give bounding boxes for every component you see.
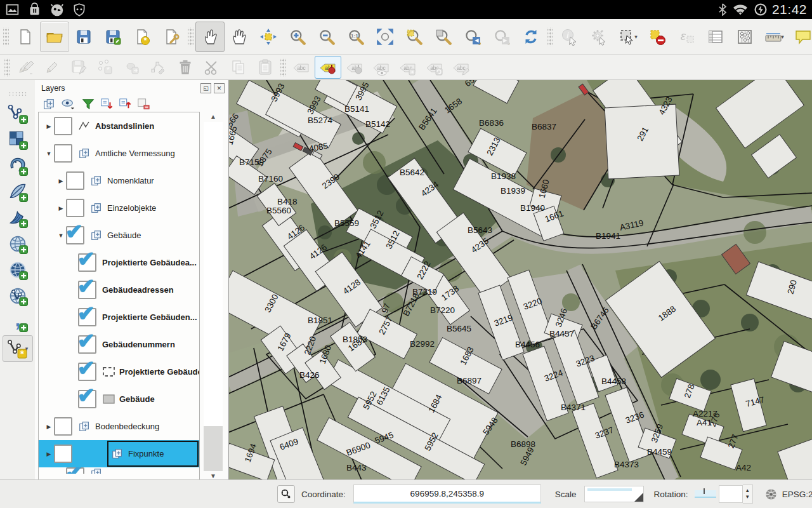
remove-layer-button[interactable] [137,98,150,110]
expand-all-button[interactable] [100,98,113,110]
layer-checkbox[interactable]: ✔ [78,363,96,381]
zoom-next-button[interactable] [487,22,516,52]
copy-features-button[interactable] [225,56,252,79]
add-wcs-layer-button[interactable] [3,257,32,283]
expand-arrow-icon[interactable]: ▶ [44,123,54,130]
layer-row-einzelobjekte[interactable]: ▶Einzelobjekte [39,194,199,222]
pin-unpin-labels-button[interactable]: ab [315,56,341,79]
layer-row-projektierte-geb-udea-[interactable]: ✔Projektierte Gebäudea... [39,249,199,276]
layer-checkbox[interactable]: ✔ [66,467,84,474]
add-spatialite-layer-button[interactable] [3,179,32,204]
move-label-button[interactable]: abc [395,56,421,79]
layer-row-fixpunkte[interactable]: ▶Fixpunkte [39,440,199,467]
new-project-button[interactable] [11,22,40,52]
change-label-properties-button[interactable]: abc [448,56,475,79]
zoom-full-button[interactable] [370,22,400,52]
map-tips-button[interactable] [789,22,812,52]
close-panel-button[interactable]: ✕ [214,83,225,93]
show-hide-labels-button[interactable]: abc [368,56,395,79]
toggle-editing-button[interactable] [39,56,65,79]
map-canvas[interactable]: 566399339933995657B5274B5141B5142B564116… [228,80,812,480]
add-postgis-layer-button[interactable] [3,153,32,178]
save-project-as-button[interactable] [98,22,128,52]
scroll-down-arrow[interactable]: ▼ [200,472,226,479]
layer-row-geb-udenummern[interactable]: ✔Gebäudenummern [39,331,199,358]
cut-features-button[interactable] [199,56,225,79]
paste-features-button[interactable] [252,56,278,79]
select-features-button[interactable]: ▾ [613,22,643,52]
run-feature-action-button[interactable] [584,22,613,52]
coordinate-capture-button[interactable] [277,485,295,503]
refresh-map-button[interactable] [516,22,546,52]
collapse-arrow-icon[interactable]: ▼ [44,150,54,157]
add-wms-layer-button[interactable] [3,231,32,257]
layer-checkbox[interactable]: ✔ [66,226,84,244]
scale-combobox[interactable] [584,486,644,502]
filter-legend-button[interactable] [82,98,95,110]
rotate-label-button[interactable]: abc [421,56,448,79]
expand-arrow-icon[interactable]: ▶ [44,451,54,457]
add-delimited-text-layer-button[interactable]: , [3,309,32,335]
pan-to-selection-button[interactable] [254,22,283,52]
node-tool-button[interactable] [145,56,172,79]
save-layer-edits-button[interactable] [65,56,92,79]
crs-status-icon[interactable] [764,488,778,501]
float-panel-button[interactable]: ◱ [200,83,211,93]
deselect-all-button[interactable] [643,22,672,52]
rotation-spinbox[interactable] [719,485,743,503]
measure-dropdown-arrow[interactable]: ▾ [781,34,784,40]
save-project-button[interactable] [69,22,98,52]
layer-checkbox[interactable] [66,199,84,217]
zoom-in-button[interactable] [283,22,312,52]
label-layer-button[interactable]: abc [288,56,315,79]
layer-checkbox[interactable] [54,417,72,436]
collapse-arrow-icon[interactable]: ▼ [56,232,66,239]
add-vector-layer-button[interactable] [3,101,32,126]
select-features-dropdown-arrow[interactable]: ▾ [634,34,638,40]
touch-zoom-pan-button[interactable] [195,22,225,52]
coordinate-input[interactable] [353,485,541,504]
statistical-summary-button[interactable] [730,22,759,52]
zoom-to-layer-button[interactable] [429,22,458,52]
zoom-to-selection-button[interactable] [400,22,429,52]
scroll-up-arrow[interactable]: ▲ [200,113,226,120]
layer-checkbox[interactable]: ✔ [78,281,96,299]
layer-checkbox[interactable]: ✔ [78,390,96,408]
layer-row-bodenbedeckung[interactable]: ▶Bodenbedeckung [39,413,199,440]
layer-tree-scrollbar[interactable]: ▲ ▼ [200,112,226,480]
rotation-spin-buttons[interactable]: ▲▼ [743,485,753,504]
layer-checkbox[interactable] [54,117,72,135]
delete-selected-button[interactable] [172,56,199,79]
scrollbar-track-lower[interactable] [204,426,223,471]
highlight-pinned-labels-button[interactable]: ab [341,56,368,79]
layer-checkbox[interactable] [66,171,84,190]
expand-arrow-icon[interactable]: ▶ [56,205,66,211]
zoom-out-button[interactable] [312,22,341,52]
new-print-composer-button[interactable]: * [128,22,157,52]
scrollbar-track[interactable] [204,122,223,471]
open-project-button[interactable] [40,22,69,52]
layer-row-projektierte-geb-uden-[interactable]: ✔Projektierte Gebäuden... [39,304,199,331]
collapse-all-button[interactable] [119,98,131,110]
add-group-button[interactable] [43,98,55,110]
new-shapefile-layer-button[interactable]: *▾ [3,335,33,362]
layer-row-amtliche-vermessung[interactable]: ▼Amtliche Vermessung [39,140,199,167]
layer-checkbox[interactable] [54,444,72,463]
open-attribute-table-button[interactable] [701,22,730,52]
zoom-native-button[interactable]: 1:1 [341,22,370,52]
expand-arrow-icon[interactable]: ▶ [56,178,66,184]
layer-row-geb-ude[interactable]: ✔Gebäude [39,385,199,413]
layer-row-projektierte-geb-ude[interactable]: ✔Projektierte Gebäude [39,358,199,385]
layer-row-geb-udeadressen[interactable]: ✔Gebäudeadressen [39,276,199,304]
new-shapefile-layer-dropdown-arrow[interactable]: ▾ [25,345,29,352]
expand-arrow-icon[interactable]: ▶ [44,424,54,430]
rotation-slider[interactable] [695,490,716,498]
composer-manager-button[interactable] [157,22,186,52]
zoom-last-button[interactable] [458,22,487,52]
current-edits-button[interactable] [12,56,39,79]
pan-map-button[interactable] [225,22,254,52]
add-wfs-layer-button[interactable] [3,283,32,309]
add-feature-button[interactable]: * [92,56,119,79]
manage-visibility-button[interactable] [61,98,76,110]
layer-row-nomenklatur[interactable]: ▶Nomenklatur [39,167,199,194]
